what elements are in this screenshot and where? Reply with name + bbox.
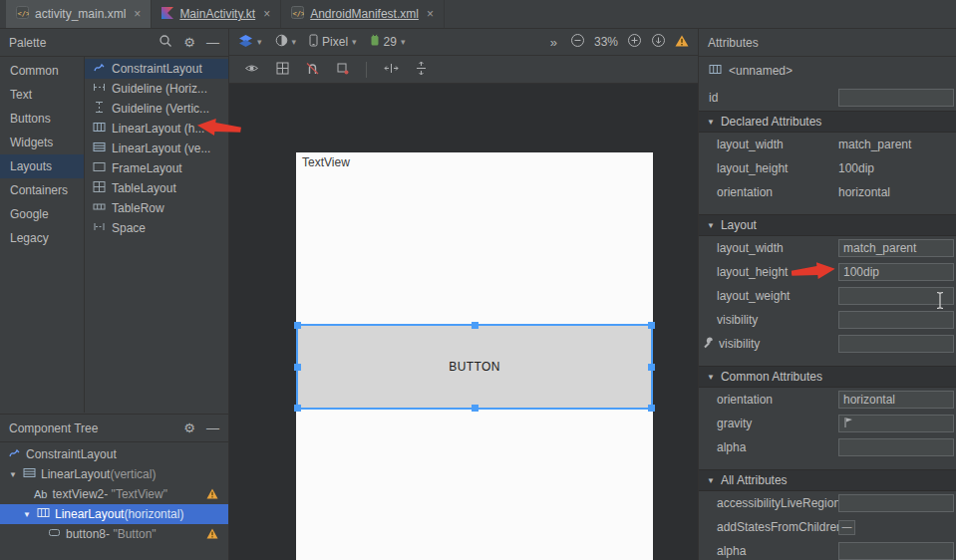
gear-icon[interactable]: ⚙	[183, 421, 195, 434]
zoom-to-fit-button[interactable]	[651, 33, 666, 51]
resize-handle-bottom-right[interactable]	[648, 405, 655, 412]
device-canvas: TextView BUTTON	[296, 152, 653, 560]
palette-item-guideline-horizontal[interactable]: Guideline (Horiz...	[85, 79, 228, 99]
minimize-icon[interactable]: —	[206, 421, 219, 434]
section-all-attributes[interactable]: ▼ All Attributes	[699, 469, 956, 491]
tree-node-button8[interactable]: button8- "Button"	[0, 524, 228, 544]
palette-categories: Common Text Buttons Widgets Layouts Cont…	[0, 57, 85, 413]
view-options-eye-icon[interactable]	[244, 63, 259, 77]
tab-androidmanifest-xml[interactable]: </> AndroidManifest.xml ×	[281, 0, 445, 28]
close-tab-icon[interactable]: ×	[263, 8, 270, 20]
gear-icon[interactable]: ⚙	[183, 36, 195, 49]
tab-activity-main-xml[interactable]: </> activity_main.xml ×	[6, 0, 152, 28]
orientation-input[interactable]: horizontal	[838, 391, 954, 409]
tree-node-textview2[interactable]: Ab textView2- "TextView"	[0, 484, 228, 504]
palette-item-constraintlayout[interactable]: ConstraintLayout	[85, 59, 228, 79]
minimize-icon[interactable]: —	[206, 36, 219, 49]
chevron-down-icon[interactable]: ▼	[8, 470, 18, 479]
palette-item-tablerow[interactable]: TableRow	[85, 198, 228, 218]
zoom-in-button[interactable]	[627, 33, 642, 51]
close-tab-icon[interactable]: ×	[427, 8, 434, 20]
visibility-input[interactable]	[838, 311, 954, 329]
palette-item-label: Guideline (Vertic...	[112, 102, 209, 116]
accessibilityliveregion-input[interactable]	[838, 494, 954, 512]
palette-category-buttons[interactable]: Buttons	[0, 107, 84, 131]
alpha-input[interactable]	[838, 438, 954, 456]
infer-constraints-icon[interactable]	[336, 62, 349, 78]
palette-category-text[interactable]: Text	[0, 83, 84, 107]
orientation-variant-button[interactable]: ▾	[238, 34, 262, 50]
chevron-down-icon: ▾	[292, 37, 297, 47]
attr-row-layout-height-declared: layout_height 100dip	[699, 156, 956, 180]
resize-handle-bottom-left[interactable]	[294, 405, 301, 412]
chevron-down-icon[interactable]: ▼	[22, 510, 32, 519]
api-level-selector[interactable]: 29 ▾	[370, 34, 406, 50]
zoom-out-button[interactable]	[570, 33, 585, 51]
component-tree-header: Component Tree ⚙ —	[0, 415, 228, 442]
device-selector[interactable]: Pixel ▾	[309, 34, 357, 50]
tree-node-linearlayout-horizontal[interactable]: ▼ LinearLayout(horizontal)	[0, 504, 228, 524]
palette-item-space[interactable]: Space	[85, 218, 228, 238]
palette-category-widgets[interactable]: Widgets	[0, 131, 84, 154]
layout-width-input[interactable]: match_parent	[838, 239, 954, 257]
resize-handle-left[interactable]	[294, 364, 301, 371]
palette-item-framelayout[interactable]: FrameLayout	[85, 158, 228, 178]
blueprint-mode-icon[interactable]	[276, 62, 289, 78]
palette-category-containers[interactable]: Containers	[0, 178, 84, 202]
gravity-input[interactable]	[838, 415, 954, 432]
tristate-checkbox[interactable]: —	[838, 520, 855, 535]
guideline-horizontal-icon	[93, 81, 106, 97]
attr-row-tools-visibility: visibility	[699, 332, 956, 356]
zoom-controls: » 33%	[550, 33, 689, 51]
resize-handle-right[interactable]	[648, 364, 655, 371]
resize-handle-bottom[interactable]	[472, 405, 478, 412]
attr-value[interactable]: horizontal	[838, 185, 956, 199]
canvas-button[interactable]: BUTTON	[449, 360, 500, 374]
attributes-header: Attributes	[699, 29, 956, 57]
tree-node-constraintlayout[interactable]: ConstraintLayout	[0, 444, 228, 464]
resize-handle-top-left[interactable]	[294, 322, 301, 329]
attr-name: orientation	[717, 185, 838, 199]
attr-value[interactable]: 100dip	[838, 161, 956, 175]
palette-item-linearlayout-vertical[interactable]: LinearLayout (ve...	[85, 139, 228, 158]
close-tab-icon[interactable]: ×	[134, 8, 141, 20]
palette-category-legacy[interactable]: Legacy	[0, 226, 84, 250]
layout-height-input[interactable]: 100dip	[838, 263, 954, 281]
attr-row-visibility: visibility	[699, 308, 956, 332]
id-input[interactable]	[838, 89, 954, 107]
attributes-panel: Attributes <unnamed> id ▼ Declared Attri…	[698, 29, 956, 560]
autoconnect-off-magnet-icon[interactable]	[306, 62, 319, 78]
selected-linearlayout[interactable]: BUTTON	[296, 324, 653, 410]
palette-category-layouts[interactable]: Layouts	[0, 154, 84, 178]
space-icon	[93, 220, 106, 236]
attr-name: visibility	[719, 337, 834, 351]
palette-item-tablelayout[interactable]: TableLayout	[85, 178, 228, 198]
palette-body: Common Text Buttons Widgets Layouts Cont…	[0, 57, 228, 413]
section-declared-attributes[interactable]: ▼ Declared Attributes	[699, 111, 956, 133]
alpha-all-input[interactable]	[838, 542, 954, 560]
section-common-attributes[interactable]: ▼ Common Attributes	[699, 366, 956, 388]
palette-category-common[interactable]: Common	[0, 59, 84, 83]
canvas-textview[interactable]: TextView	[302, 155, 350, 169]
palette-category-google[interactable]: Google	[0, 202, 84, 226]
pack-horizontal-icon[interactable]	[384, 63, 399, 77]
toolbar-overflow-icon[interactable]: »	[550, 35, 557, 50]
tree-node-label: button8- "Button"	[66, 527, 157, 541]
warnings-button[interactable]	[675, 35, 689, 50]
tablerow-icon	[93, 200, 106, 216]
text-cursor	[935, 291, 945, 313]
tab-mainactivity-kt[interactable]: MainActivity.kt ×	[152, 0, 281, 28]
expand-vertical-icon[interactable]	[416, 61, 427, 79]
collapse-triangle-icon: ▼	[707, 118, 715, 127]
palette-item-label: FrameLayout	[112, 161, 182, 175]
chevron-down-icon: ▾	[401, 37, 406, 47]
chevron-down-icon: ▾	[257, 37, 262, 47]
theme-button[interactable]: ▾	[275, 34, 297, 50]
tools-visibility-input[interactable]	[838, 335, 954, 353]
tree-node-linearlayout-vertical[interactable]: ▼ LinearLayout(vertical)	[0, 464, 228, 484]
attr-value[interactable]: match_parent	[838, 138, 956, 151]
search-icon[interactable]	[159, 34, 172, 51]
section-layout[interactable]: ▼ Layout	[699, 214, 956, 236]
resize-handle-top-right[interactable]	[648, 322, 655, 329]
resize-handle-top[interactable]	[472, 322, 478, 329]
